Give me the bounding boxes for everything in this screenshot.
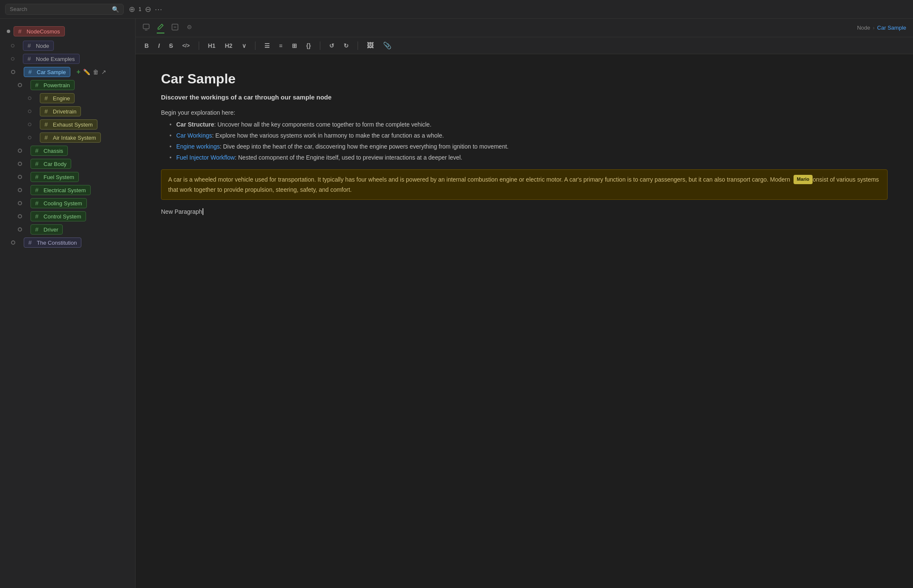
list-item-car-structure: Car Structure: Uncover how all the key c… xyxy=(169,121,888,128)
delete-icon[interactable]: 🗑 xyxy=(93,69,99,75)
search-container[interactable]: 🔍 xyxy=(5,4,124,15)
powertrain-dot xyxy=(18,83,22,87)
toolbar-code-inline[interactable]: </> xyxy=(180,41,191,50)
highlight-block: A car is a wheeled motor vehicle used fo… xyxy=(161,169,888,200)
toolbar-ordered-list[interactable]: ≡ xyxy=(277,41,285,50)
svg-rect-0 xyxy=(143,24,149,29)
sidebar-item-car-sample[interactable]: # Car Sample + ✏️ 🗑 ↗ xyxy=(2,66,133,78)
list-item-label-car-structure: Car Structure xyxy=(176,121,214,128)
sidebar-item-driver[interactable]: # Driver xyxy=(2,223,133,236)
minus-icon[interactable]: ⊖ xyxy=(145,5,151,14)
breadcrumb: Node › Car Sample xyxy=(857,25,906,31)
exhaust-dot xyxy=(28,123,31,126)
cooling-label: Cooling System xyxy=(44,200,82,207)
add-child-icon[interactable]: + xyxy=(76,68,80,76)
node-dot xyxy=(11,44,14,47)
hash-icon-fuel: # xyxy=(35,174,39,180)
toolbar-attachment[interactable]: 📎 xyxy=(381,40,394,51)
ellipsis-icon[interactable]: ⋯ xyxy=(155,5,162,14)
hash-icon-air-intake: # xyxy=(44,134,48,141)
toolbar-code-block[interactable]: {} xyxy=(304,41,313,50)
sidebar-item-drivetrain[interactable]: # Drivetrain xyxy=(2,105,133,118)
hash-icon-car-body: # xyxy=(35,160,39,167)
toolbar-undo[interactable]: ↺ xyxy=(327,41,336,50)
nodecosmos-label: NodeCosmos xyxy=(27,28,60,35)
toolbar-h2[interactable]: H2 xyxy=(223,41,235,50)
hash-icon-car-sample: # xyxy=(28,69,32,75)
nodecosmos-dot xyxy=(7,30,10,33)
toolbar-table[interactable]: ⊞ xyxy=(290,41,299,50)
toolbar-heading-more[interactable]: ∨ xyxy=(240,41,248,50)
sidebar-item-engine[interactable]: # Engine xyxy=(2,92,133,105)
toolbar-redo[interactable]: ↻ xyxy=(341,41,351,50)
control-dot xyxy=(18,214,22,218)
toolbar-italic[interactable]: I xyxy=(156,41,162,50)
tab-display[interactable] xyxy=(171,23,179,33)
air-intake-dot xyxy=(28,136,31,139)
editor-area[interactable]: Car Sample Discover the workings of a ca… xyxy=(136,54,913,588)
top-bar-icons: ⊕ 1 ⊖ ⋯ xyxy=(129,5,162,14)
list-item-text-car-workings: : Explore how the various systems work i… xyxy=(212,132,444,139)
engine-label: Engine xyxy=(53,95,70,102)
sidebar-item-node[interactable]: # Node xyxy=(2,39,133,52)
new-paragraph-container[interactable]: New Paragraph xyxy=(161,208,888,215)
toolbar-separator-4 xyxy=(358,41,358,50)
toolbar-h1[interactable]: H1 xyxy=(206,41,218,50)
car-body-badge: # Car Body xyxy=(31,159,71,169)
toolbar-bold[interactable]: B xyxy=(142,41,151,50)
tab-link[interactable] xyxy=(186,23,193,33)
list-item-link-engine-workings[interactable]: Engine workings xyxy=(176,143,220,150)
constitution-dot xyxy=(11,240,15,245)
breadcrumb-current: Car Sample xyxy=(877,25,906,31)
document-subtitle: Discover the workings of a car through o… xyxy=(161,94,888,101)
car-sample-label: Car Sample xyxy=(37,69,66,75)
sidebar-item-cooling-system[interactable]: # Cooling System xyxy=(2,197,133,210)
node-label: Node xyxy=(36,43,49,49)
new-paragraph-text: New Paragraph xyxy=(161,208,202,215)
car-sample-dot xyxy=(11,70,15,74)
search-icon: 🔍 xyxy=(112,6,119,13)
add-icon[interactable]: ⊕ xyxy=(129,5,135,14)
powertrain-badge: # Powertrain xyxy=(31,80,75,90)
toolbar-bullet-list[interactable]: ☰ xyxy=(262,41,272,50)
sidebar: # NodeCosmos # Node # Node Examples xyxy=(0,19,136,588)
search-input[interactable] xyxy=(10,6,108,12)
car-sample-actions: + ✏️ 🗑 ↗ xyxy=(76,68,106,76)
driver-badge: # Driver xyxy=(31,224,63,235)
edit-icon[interactable]: ✏️ xyxy=(83,69,90,75)
list-item-link-fuel-injector[interactable]: Fuel Injector Workflow xyxy=(176,154,235,161)
node-examples-badge: # Node Examples xyxy=(23,54,80,64)
sidebar-item-exhaust-system[interactable]: # Exhaust System xyxy=(2,118,133,131)
sidebar-item-node-examples[interactable]: # Node Examples xyxy=(2,52,133,65)
sidebar-item-nodecosmos[interactable]: # NodeCosmos xyxy=(0,24,135,39)
sidebar-item-powertrain[interactable]: # Powertrain xyxy=(2,79,133,91)
hash-icon-nodecosmos: # xyxy=(18,28,22,35)
external-link-icon[interactable]: ↗ xyxy=(101,69,106,75)
tab-edit[interactable] xyxy=(157,22,164,33)
hash-icon-exhaust: # xyxy=(44,121,48,128)
right-panel: Node › Car Sample B I S </> H1 H2 ∨ ☰ ≡ … xyxy=(136,19,913,588)
node-badge: # Node xyxy=(23,41,54,51)
constitution-label: The Constitution xyxy=(37,240,77,246)
mario-tooltip: Mario xyxy=(794,175,813,184)
constitution-badge: # The Constitution xyxy=(24,237,81,248)
list-item-link-car-workings[interactable]: Car Workings xyxy=(176,132,212,139)
sidebar-item-car-body[interactable]: # Car Body xyxy=(2,157,133,170)
sidebar-item-fuel-system[interactable]: # Fuel System xyxy=(2,171,133,183)
hash-icon-powertrain: # xyxy=(35,82,39,88)
sidebar-item-the-constitution[interactable]: # The Constitution xyxy=(2,236,133,249)
electrical-dot xyxy=(18,188,22,192)
tab-monitor[interactable] xyxy=(142,23,150,33)
toolbar-image[interactable]: 🖼 xyxy=(365,41,376,51)
toolbar-separator-3 xyxy=(320,41,320,50)
hash-icon-drivetrain: # xyxy=(44,108,48,115)
sidebar-item-control-system[interactable]: # Control System xyxy=(2,210,133,223)
exhaust-label: Exhaust System xyxy=(53,121,93,128)
toolbar-strikethrough[interactable]: S xyxy=(167,41,175,50)
sidebar-item-electrical-system[interactable]: # Electrical System xyxy=(2,184,133,196)
hash-icon-cooling: # xyxy=(35,200,39,207)
electrical-badge: # Electrical System xyxy=(31,185,91,195)
sidebar-item-air-intake[interactable]: # Air Intake System xyxy=(2,131,133,144)
sidebar-item-chassis[interactable]: # Chassis xyxy=(2,144,133,157)
car-sample-badge: # Car Sample xyxy=(24,67,70,77)
